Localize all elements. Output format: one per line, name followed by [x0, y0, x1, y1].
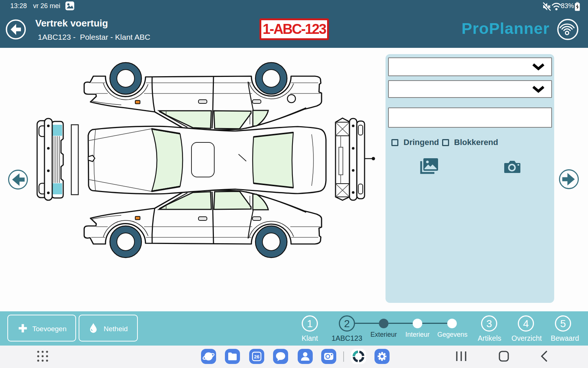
svg-text:26: 26 [254, 354, 259, 360]
